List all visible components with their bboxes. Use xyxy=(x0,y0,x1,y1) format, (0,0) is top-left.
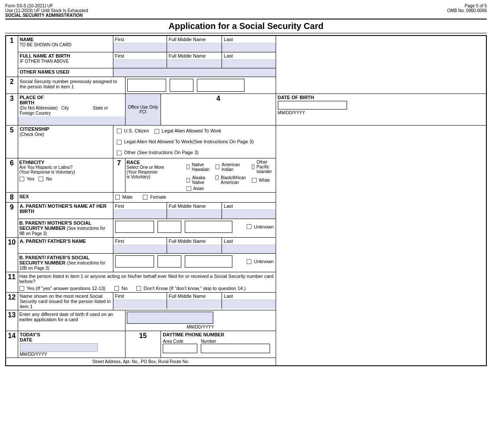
sex-options: Male Female xyxy=(113,193,276,203)
col-middle-label: Full Middle Name xyxy=(167,36,222,43)
omb-number: OMB No. 0960-0066 xyxy=(447,8,487,13)
filed-dont-know-checkbox[interactable] xyxy=(136,286,141,291)
r12-last-input[interactable] xyxy=(222,300,276,309)
cit-legal-not-allowed-checkbox[interactable] xyxy=(117,140,122,145)
col-last-label: Last xyxy=(222,36,276,43)
r12-col-first-label: First xyxy=(113,293,167,300)
ssn-box-2[interactable] xyxy=(170,79,193,92)
ssn-box-1[interactable] xyxy=(127,79,166,92)
row-10-number: 10 xyxy=(6,237,18,272)
ssn-box-3[interactable] xyxy=(197,79,244,92)
race-white: White xyxy=(252,175,274,185)
r12-middle-input[interactable] xyxy=(167,300,222,309)
father-ssn-box-3[interactable] xyxy=(185,255,232,268)
ssn-label: Social Security number previously assign… xyxy=(18,77,125,94)
pob-input[interactable] xyxy=(18,116,125,125)
office-use-cell: Office Use Only FCI xyxy=(125,94,161,126)
race-native-hawaiian-checkbox[interactable] xyxy=(187,164,190,169)
name-first-input[interactable] xyxy=(113,43,167,52)
name-middle-input[interactable] xyxy=(167,43,222,52)
name-label-cell: NAME TO BE SHOWN ON CARD xyxy=(18,35,113,52)
race-white-checkbox[interactable] xyxy=(252,178,257,183)
use-note: Use (11-2019) UF Until Stock Is Exhauste… xyxy=(5,8,88,13)
birth-col-middle-label: Full Middle Name xyxy=(167,52,222,60)
sex-label: SEX xyxy=(18,193,113,203)
citizenship-options: U.S. Citizen Legal Alien Allowed To Work… xyxy=(113,126,276,158)
sex-male: Male xyxy=(115,194,133,200)
race-american-indian-checkbox[interactable] xyxy=(215,164,219,169)
mother-last-input[interactable] xyxy=(222,210,276,219)
mother-ssn-cell: Unknown xyxy=(113,219,276,237)
date-of-birth-cell: DATE OF BIRTH MM/DD/YYYY xyxy=(276,94,486,126)
father-unknown-checkbox[interactable] xyxy=(247,259,251,264)
race-alaska-native: Alaska Native xyxy=(187,175,211,185)
filed-yes-checkbox[interactable] xyxy=(19,286,24,291)
citizenship-label: CITIZENSHIP (Check One) xyxy=(18,126,113,158)
sex-female: Female xyxy=(143,194,166,200)
r12-col-last-label: Last xyxy=(222,293,276,300)
father-ssn-box-2[interactable] xyxy=(158,255,181,268)
filed-no-checkbox[interactable] xyxy=(114,286,119,291)
row-9-number: 9 xyxy=(6,203,18,238)
cit-us-checkbox[interactable] xyxy=(117,129,122,133)
father-first-input[interactable] xyxy=(113,245,167,253)
row-3-number: 3 xyxy=(6,94,18,126)
row-1-number: 1 xyxy=(6,35,18,77)
row-11-number: 11 xyxy=(6,272,18,293)
father-name-fields: First Full Middle Name Last xyxy=(113,237,276,254)
race-alaska-native-checkbox[interactable] xyxy=(187,178,190,183)
row-15-number: 15 xyxy=(125,331,161,358)
phone-cell: DAYTIME PHONE NUMBER Area Code Number xyxy=(161,331,276,358)
row-2-number: 2 xyxy=(6,77,18,94)
row-6-number: 6 xyxy=(6,158,18,193)
race-cell: RACE Select One or More (Your Response i… xyxy=(125,158,276,193)
other-names-input[interactable] xyxy=(113,68,276,77)
name-fields-header: First Full Middle Name Last xyxy=(113,35,276,52)
race-black-african-checkbox[interactable] xyxy=(215,175,219,180)
father-last-input[interactable] xyxy=(222,245,276,253)
birth-name-label-cell: FULL NAME AT BIRTH IF OTHER THAN ABOVE xyxy=(18,52,113,68)
mother-ssn-box-1[interactable] xyxy=(115,221,154,233)
ethnicity-yes-checkbox[interactable] xyxy=(19,177,24,181)
race-other-pacific-checkbox[interactable] xyxy=(252,164,254,169)
cit-other-checkbox[interactable] xyxy=(117,151,122,155)
pob-label: PLACE OF BIRTH (Do Not Abbreviate) City … xyxy=(18,94,125,116)
sex-male-checkbox[interactable] xyxy=(115,195,120,200)
sex-female-checkbox[interactable] xyxy=(143,195,148,200)
mother-ssn-box-2[interactable] xyxy=(158,221,181,233)
recent-ssn-label: Name shown on the most recent Social Sec… xyxy=(18,293,113,310)
mother-middle-input[interactable] xyxy=(167,210,222,219)
birth-middle-input[interactable] xyxy=(167,59,222,68)
father-middle-input[interactable] xyxy=(167,245,222,253)
father-ssn-cell: Unknown xyxy=(113,254,276,272)
recent-ssn-name-fields: First Full Middle Name Last xyxy=(113,293,276,310)
mother-ssn-box-3[interactable] xyxy=(185,221,232,233)
diff-dob-input[interactable] xyxy=(127,312,213,324)
race-american-indian: American Indian xyxy=(215,160,248,174)
mother-col-last-label: Last xyxy=(222,203,276,210)
row-14-number: 14 xyxy=(6,331,18,358)
r12-first-input[interactable] xyxy=(113,300,167,309)
mother-unknown: Unknown xyxy=(247,224,274,229)
name-last-input[interactable] xyxy=(222,43,276,52)
todays-date-input[interactable] xyxy=(20,343,98,352)
birth-last-input[interactable] xyxy=(222,59,276,68)
cit-other: Other (See Instructions On Page 3) xyxy=(117,150,199,155)
mother-unknown-checkbox[interactable] xyxy=(247,224,251,229)
mother-first-input[interactable] xyxy=(113,210,167,219)
cit-legal-not-allowed: Legal Alien Not Allowed To Work(See Inst… xyxy=(117,139,254,145)
father-ssn-box-1[interactable] xyxy=(115,255,154,268)
phone-number-input[interactable] xyxy=(201,344,270,353)
mother-name-label: A. PARENT/ MOTHER'S NAME AT HER BIRTH xyxy=(18,203,113,219)
filed-before-cell: Has the person listed in item 1 or anyon… xyxy=(18,272,276,293)
race-asian-checkbox[interactable] xyxy=(187,186,191,191)
race-other-pacific: Other Pacific Islander xyxy=(252,160,274,174)
footer-address: Street Address, Apt. No., PO Box, Rural … xyxy=(6,358,276,366)
birth-first-input[interactable] xyxy=(113,59,167,68)
place-of-birth-cell: PLACE OF BIRTH (Do Not Abbreviate) City … xyxy=(18,94,125,126)
cit-legal-allowed-checkbox[interactable] xyxy=(154,129,159,134)
dob-input[interactable] xyxy=(278,101,347,110)
ethnicity-no-checkbox[interactable] xyxy=(39,177,43,181)
area-code-input[interactable] xyxy=(163,344,197,353)
filed-no: No xyxy=(114,286,128,291)
